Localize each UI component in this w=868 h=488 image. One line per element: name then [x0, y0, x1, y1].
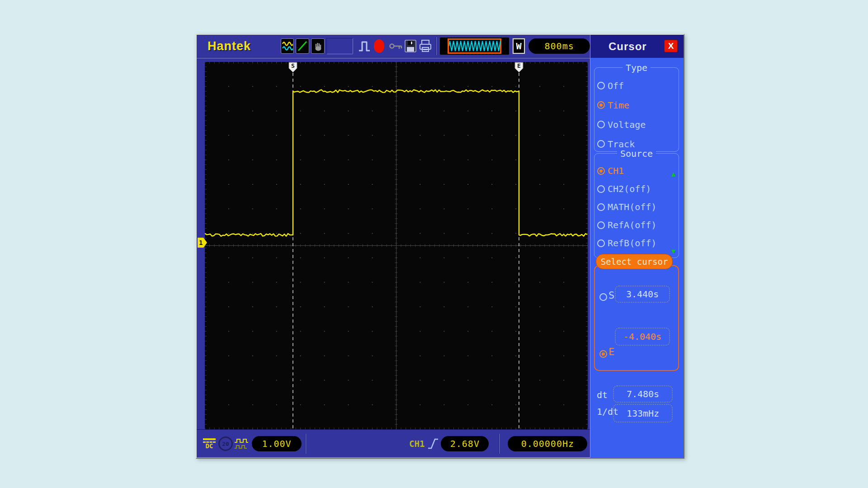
dt-label: dt: [597, 389, 608, 400]
channels-waveform-icon: [282, 40, 293, 52]
source-options: CH1 CH2(off) MATH(off) RefA(off) RefB(of…: [596, 162, 678, 252]
option-label: Time: [608, 100, 629, 111]
cursor-s-label: S: [609, 290, 614, 301]
select-cursor-group: Select cursor S 3.440s -4.040s E: [594, 265, 679, 371]
radio-icon: [597, 167, 605, 175]
frequency-readout: 0.00000Hz: [508, 436, 587, 451]
volts-per-div-readout: 1.00V: [252, 436, 302, 451]
close-button[interactable]: X: [664, 40, 678, 52]
radio-icon: [597, 203, 605, 211]
waveform-navigator-view[interactable]: [448, 38, 501, 54]
waveform-navigator[interactable]: [439, 37, 509, 55]
panel-title: Cursor: [609, 40, 647, 53]
cursor-panel: Cursor X Type Off Time Voltage: [590, 35, 684, 458]
radio-icon: [597, 185, 605, 193]
measure-line-icon: [297, 40, 308, 52]
option-label: RefB(off): [608, 238, 656, 249]
scope-graticule: SE: [205, 62, 588, 429]
radio-icon: [597, 140, 605, 148]
oscilloscope-app-window: Hantek: [196, 34, 684, 459]
option-label: CH1: [608, 165, 624, 176]
option-label: RefA(off): [608, 220, 656, 230]
option-label: MATH(off): [608, 202, 656, 212]
source-option-refb-off[interactable]: RefB(off): [596, 234, 678, 252]
toolbar: Hantek: [197, 35, 590, 58]
invert-squarewave-icon[interactable]: [234, 437, 249, 450]
hand-tool-icon: [312, 40, 323, 52]
type-option-voltage[interactable]: Voltage: [596, 115, 678, 134]
radio-icon: [597, 239, 605, 247]
option-label: Track: [608, 139, 635, 150]
scroll-down-icon[interactable]: ▼: [671, 248, 675, 255]
print-icon[interactable]: [419, 39, 432, 53]
dt-value: 7.480s: [613, 385, 673, 403]
option-label: CH2(off): [608, 183, 651, 194]
cursor-e-flag-label: E: [517, 62, 521, 69]
cursor-s-flag-label: S: [291, 62, 295, 69]
trigger-source-label: CH1: [409, 439, 425, 449]
save-icon[interactable]: [404, 39, 417, 53]
cursor-e-label: E: [609, 346, 614, 357]
cursor-s-radio[interactable]: [599, 293, 607, 301]
trigger-level-readout: 2.68V: [441, 436, 489, 451]
select-cursor-badge: Select cursor: [596, 254, 673, 269]
hand-tool-button[interactable]: [311, 38, 325, 54]
source-option-ch1[interactable]: CH1: [596, 162, 678, 180]
channel1-marker-label: 1: [199, 239, 203, 246]
type-group-title: Type: [594, 62, 679, 73]
brand-logo: Hantek: [208, 39, 264, 53]
cursor-e-value: -4.040s: [615, 328, 670, 346]
radio-icon: [597, 82, 605, 89]
cursor-e-radio[interactable]: [599, 350, 607, 358]
scroll-up-icon[interactable]: ▲: [671, 171, 675, 178]
statusbar-separator: [305, 434, 306, 454]
status-bar: DC 20 1.00V CH1 2.68V 0.00000Hz: [197, 429, 590, 458]
coupling-dc-icon[interactable]: DC: [202, 438, 217, 450]
source-option-refa-off[interactable]: RefA(off): [596, 216, 678, 234]
trigger-edge-icon[interactable]: [427, 436, 439, 451]
radio-icon: [597, 221, 605, 229]
radio-icon: [597, 121, 605, 128]
source-group-title: Source: [594, 148, 679, 159]
timebase-readout: 800ms: [528, 38, 590, 54]
window-mode-button[interactable]: W: [513, 38, 525, 54]
type-option-time[interactable]: Time: [596, 95, 678, 115]
scope-screen[interactable]: SE: [205, 62, 588, 429]
cursor-s-value: 3.440s: [615, 286, 670, 303]
toolbar-separator: [436, 37, 437, 55]
key-icon[interactable]: [389, 41, 403, 51]
option-label: Off: [608, 80, 624, 91]
cursor-panel-header: Cursor X: [590, 35, 684, 58]
channels-waveform-button[interactable]: [281, 38, 294, 54]
toolbar-empty-slot: [326, 38, 353, 54]
pulse-mode-icon[interactable]: [358, 38, 371, 54]
statusbar-separator: [499, 434, 500, 454]
type-options: Off Time Voltage Track: [596, 76, 678, 154]
record-icon[interactable]: [374, 39, 385, 53]
source-option-math-off[interactable]: MATH(off): [596, 198, 678, 216]
source-option-ch2-off[interactable]: CH2(off): [596, 180, 678, 198]
type-group: Type Off Time Voltage Track: [594, 67, 679, 152]
radio-icon: [597, 101, 605, 109]
source-group: Source CH1 CH2(off) MATH(off) RefA(off): [594, 153, 679, 258]
option-label: Voltage: [608, 119, 646, 130]
measure-line-button[interactable]: [296, 38, 309, 54]
inv-dt-value: 133mHz: [613, 404, 673, 422]
bandwidth-limit-badge[interactable]: 20: [218, 436, 233, 451]
type-option-off[interactable]: Off: [596, 76, 678, 95]
